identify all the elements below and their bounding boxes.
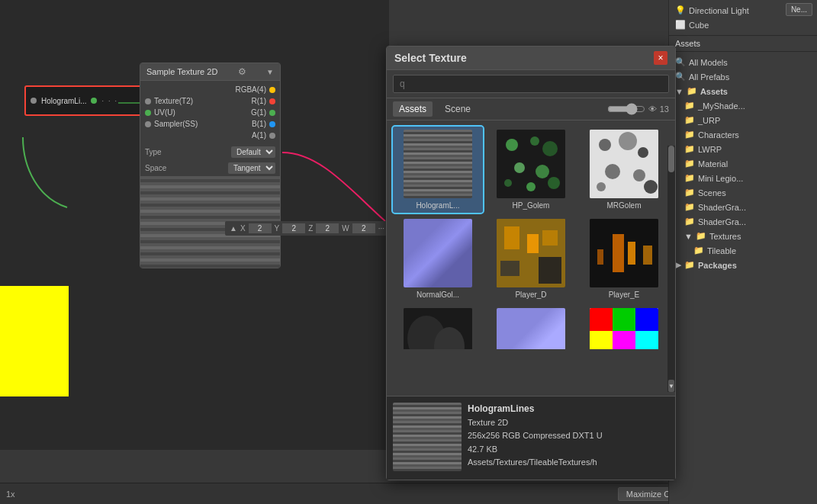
- svg-point-13: [605, 164, 620, 179]
- folder-icon: 📁: [684, 144, 695, 154]
- port-b-dot[interactable]: [269, 121, 275, 127]
- info-dimensions: 256x256 RGB Compressed DXT1 U: [468, 430, 669, 441]
- player-d-svg: [497, 219, 565, 287]
- tree-myshade[interactable]: 📁 _MyShade...: [669, 98, 817, 113]
- folder-icon: 📁: [684, 188, 695, 197]
- arrow-down-icon: ▼: [684, 232, 693, 241]
- xyz-input-row: ▲ X Y Z W ···: [225, 221, 389, 236]
- chevron-down-icon[interactable]: ▼: [266, 68, 274, 76]
- sample-texture-node[interactable]: Sample Texture 2D ⚙ ▼ RGBA(4) Texture(T2…: [140, 63, 281, 268]
- texture-thumb-normal-blue: [497, 308, 565, 349]
- tree-tileable[interactable]: 📁 Tileable: [669, 243, 817, 258]
- tree-packages[interactable]: ▶ 📁 Packages: [669, 258, 817, 272]
- type-select[interactable]: Default: [231, 146, 275, 158]
- port-rgba-label: RGBA(4): [235, 85, 266, 94]
- scrollbar-down-arrow[interactable]: ▼: [668, 380, 674, 392]
- x-input[interactable]: [249, 223, 272, 233]
- port-texture-dot[interactable]: [145, 98, 151, 104]
- texture-name-player-e: Player_E: [609, 291, 640, 299]
- port-a-dot[interactable]: [269, 133, 275, 139]
- type-label: Type: [145, 148, 162, 156]
- folder-icon: 📁: [684, 217, 695, 226]
- tree-textures[interactable]: ▼ 📁 Textures: [669, 229, 817, 243]
- right-panel: 💡 Directional Light ⬜ Cube Assets Ne... …: [668, 0, 817, 504]
- eye-icon: 👁: [648, 104, 657, 114]
- dialog-close-button[interactable]: ×: [654, 51, 667, 65]
- w-input[interactable]: [352, 223, 375, 233]
- node-title: Sample Texture 2D: [146, 67, 217, 76]
- svg-point-14: [633, 169, 645, 181]
- arrow-right-icon: ▶: [675, 260, 681, 270]
- tree-scenes[interactable]: 📁 Scenes: [669, 185, 817, 200]
- texture-item-dark-photo[interactable]: [393, 305, 483, 349]
- texture-item-normal-blue[interactable]: [486, 305, 576, 349]
- search-input[interactable]: [393, 75, 669, 93]
- texture-thumb-player-e: [590, 219, 658, 287]
- tree-assets-root[interactable]: ▼ 📁 Assets: [669, 84, 817, 98]
- texture-item-hologram[interactable]: HologramL...: [393, 127, 483, 213]
- tree-characters[interactable]: 📁 Characters: [669, 127, 817, 142]
- space-select[interactable]: Tangent: [228, 162, 275, 174]
- size-slider[interactable]: [607, 103, 645, 115]
- folder-icon: 📁: [684, 130, 695, 140]
- svg-rect-24: [613, 234, 624, 272]
- texture-item-player-e[interactable]: Player_E: [579, 216, 669, 302]
- tree-urp[interactable]: 📁 _URP: [669, 113, 817, 127]
- svg-point-1: [506, 139, 518, 151]
- tree-all-models[interactable]: 🔍 All Models: [669, 55, 817, 69]
- dialog-scrollbar[interactable]: ▼: [667, 146, 675, 392]
- port-rgba-dot[interactable]: [269, 87, 275, 93]
- texture-name-hologram: HologramL...: [416, 201, 459, 210]
- port-g-dot[interactable]: [269, 110, 275, 116]
- player-e-texture-preview: [590, 219, 658, 287]
- hologram-node[interactable]: HologramLi... · · ·: [24, 85, 143, 116]
- texture-item-normal-golem[interactable]: NormalGol...: [393, 216, 483, 302]
- svg-rect-27: [643, 246, 652, 265]
- z-input[interactable]: [316, 223, 339, 233]
- texture-thumb-player-d: [497, 219, 565, 287]
- port-row-uv: UV(U) G(1): [140, 107, 280, 118]
- gear-icon[interactable]: ⚙: [238, 66, 246, 77]
- texture-item-hp-golem[interactable]: HP_Golem: [486, 127, 576, 213]
- mr-golem-texture-preview: [590, 130, 658, 198]
- port-b-label: B(1): [252, 120, 266, 128]
- hierarchy-cube[interactable]: ⬜ Cube: [669, 18, 817, 32]
- dark-photo-svg: [404, 308, 472, 349]
- svg-rect-35: [635, 308, 658, 331]
- normal-blue-texture-preview: [497, 308, 565, 349]
- port-row-rgba: RGBA(4): [140, 84, 280, 95]
- node-output-dot[interactable]: [91, 98, 97, 104]
- svg-rect-22: [539, 257, 561, 284]
- svg-point-2: [530, 136, 539, 146]
- tree-all-prefabs[interactable]: 🔍 All Prefabs: [669, 69, 817, 84]
- tree-lwrp[interactable]: 📁 LWRP: [669, 142, 817, 156]
- texture-item-player-d[interactable]: Player_D: [486, 216, 576, 302]
- port-row-sampler: Sampler(SS) B(1): [140, 118, 280, 130]
- info-thumbnail: [393, 403, 462, 471]
- shader-graph-area: HologramLi... · · · Sample Texture 2D ⚙ …: [0, 0, 389, 450]
- mr-golem-svg: [590, 130, 658, 198]
- tab-scene[interactable]: Scene: [439, 101, 477, 117]
- tree-shadergraph1[interactable]: 📁 ShaderGra...: [669, 200, 817, 214]
- hologram-texture-preview: [404, 130, 472, 198]
- texture-item-mr-golem[interactable]: MRGolem: [579, 127, 669, 213]
- node-type-row: Type Default: [140, 144, 280, 160]
- texture-item-color-squares[interactable]: [579, 305, 669, 349]
- texture-thumb-color-squares: [590, 308, 658, 349]
- tree-mini-legio[interactable]: 📁 Mini Legio...: [669, 171, 817, 185]
- y-input[interactable]: [282, 223, 305, 233]
- tab-assets[interactable]: Assets: [393, 101, 433, 117]
- port-texture-label: Texture(T2): [154, 97, 193, 105]
- port-sampler-dot[interactable]: [145, 121, 151, 127]
- texture-thumb-dark-photo: [404, 308, 472, 349]
- port-r-dot[interactable]: [269, 98, 275, 104]
- tree-material[interactable]: 📁 Material: [669, 156, 817, 171]
- port-uv-dot[interactable]: [145, 110, 151, 116]
- normal-golem-texture-preview: [404, 219, 472, 287]
- scrollbar-thumb: [668, 146, 674, 172]
- tree-shadergraph2[interactable]: 📁 ShaderGra...: [669, 214, 817, 229]
- folder-icon-assets: 📁: [687, 86, 697, 96]
- color-squares-texture-preview: [590, 308, 658, 349]
- port-r-label: R(1): [252, 97, 266, 105]
- new-button[interactable]: Ne...: [786, 3, 812, 16]
